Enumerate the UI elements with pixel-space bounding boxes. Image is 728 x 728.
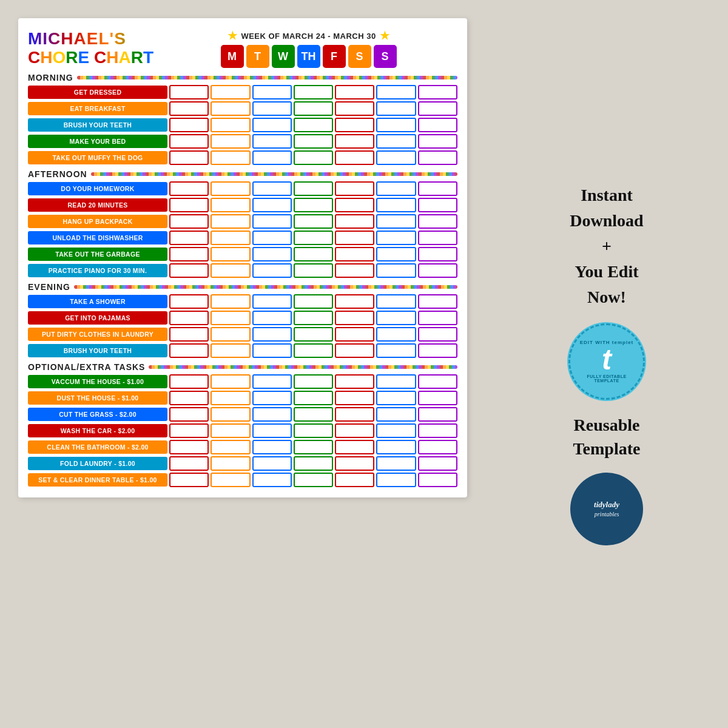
check-box[interactable] bbox=[418, 423, 457, 438]
check-box[interactable] bbox=[294, 231, 333, 245]
check-box[interactable] bbox=[169, 374, 209, 389]
check-box[interactable] bbox=[418, 181, 457, 196]
check-box[interactable] bbox=[335, 247, 374, 261]
check-box[interactable] bbox=[169, 327, 209, 342]
check-box[interactable] bbox=[376, 473, 416, 487]
check-box[interactable] bbox=[335, 214, 374, 229]
check-box[interactable] bbox=[294, 374, 333, 389]
check-box[interactable] bbox=[294, 134, 333, 149]
check-box[interactable] bbox=[376, 231, 416, 245]
check-box[interactable] bbox=[376, 327, 416, 342]
check-box[interactable] bbox=[335, 473, 374, 487]
check-box[interactable] bbox=[294, 214, 333, 229]
check-box[interactable] bbox=[335, 374, 374, 389]
check-box[interactable] bbox=[418, 101, 457, 116]
check-box[interactable] bbox=[335, 294, 374, 309]
check-box[interactable] bbox=[376, 423, 416, 438]
check-box[interactable] bbox=[335, 391, 374, 405]
check-box[interactable] bbox=[294, 101, 333, 116]
check-box[interactable] bbox=[294, 456, 333, 471]
check-box[interactable] bbox=[418, 440, 457, 454]
check-box[interactable] bbox=[418, 214, 457, 229]
check-box[interactable] bbox=[169, 456, 209, 471]
check-box[interactable] bbox=[169, 423, 209, 438]
check-box[interactable] bbox=[376, 247, 416, 261]
check-box[interactable] bbox=[169, 440, 209, 454]
check-box[interactable] bbox=[252, 407, 292, 422]
check-box[interactable] bbox=[252, 391, 292, 405]
check-box[interactable] bbox=[294, 473, 333, 487]
check-box[interactable] bbox=[376, 198, 416, 212]
check-box[interactable] bbox=[376, 311, 416, 325]
check-box[interactable] bbox=[376, 150, 416, 165]
check-box[interactable] bbox=[169, 181, 209, 196]
check-box[interactable] bbox=[335, 343, 374, 358]
check-box[interactable] bbox=[418, 134, 457, 149]
check-box[interactable] bbox=[294, 150, 333, 165]
check-box[interactable] bbox=[252, 327, 292, 342]
check-box[interactable] bbox=[335, 101, 374, 116]
check-box[interactable] bbox=[418, 374, 457, 389]
check-box[interactable] bbox=[335, 134, 374, 149]
check-box[interactable] bbox=[169, 198, 209, 212]
check-box[interactable] bbox=[211, 407, 250, 422]
check-box[interactable] bbox=[169, 231, 209, 245]
check-box[interactable] bbox=[252, 101, 292, 116]
check-box[interactable] bbox=[169, 118, 209, 132]
check-box[interactable] bbox=[418, 231, 457, 245]
check-box[interactable] bbox=[376, 391, 416, 405]
check-box[interactable] bbox=[294, 263, 333, 278]
check-box[interactable] bbox=[376, 294, 416, 309]
check-box[interactable] bbox=[335, 456, 374, 471]
check-box[interactable] bbox=[418, 263, 457, 278]
check-box[interactable] bbox=[418, 327, 457, 342]
check-box[interactable] bbox=[211, 101, 250, 116]
check-box[interactable] bbox=[211, 181, 250, 196]
check-box[interactable] bbox=[376, 440, 416, 454]
check-box[interactable] bbox=[211, 440, 250, 454]
check-box[interactable] bbox=[335, 150, 374, 165]
check-box[interactable] bbox=[169, 85, 209, 99]
check-box[interactable] bbox=[294, 85, 333, 99]
check-box[interactable] bbox=[211, 150, 250, 165]
check-box[interactable] bbox=[376, 456, 416, 471]
check-box[interactable] bbox=[169, 134, 209, 149]
check-box[interactable] bbox=[252, 181, 292, 196]
check-box[interactable] bbox=[335, 85, 374, 99]
check-box[interactable] bbox=[169, 311, 209, 325]
check-box[interactable] bbox=[252, 343, 292, 358]
check-box[interactable] bbox=[376, 101, 416, 116]
check-box[interactable] bbox=[211, 374, 250, 389]
check-box[interactable] bbox=[418, 247, 457, 261]
check-box[interactable] bbox=[294, 247, 333, 261]
check-box[interactable] bbox=[294, 294, 333, 309]
check-box[interactable] bbox=[169, 294, 209, 309]
check-box[interactable] bbox=[335, 118, 374, 132]
check-box[interactable] bbox=[211, 391, 250, 405]
check-box[interactable] bbox=[294, 407, 333, 422]
check-box[interactable] bbox=[376, 343, 416, 358]
check-box[interactable] bbox=[252, 263, 292, 278]
check-box[interactable] bbox=[252, 473, 292, 487]
check-box[interactable] bbox=[335, 311, 374, 325]
check-box[interactable] bbox=[294, 118, 333, 132]
check-box[interactable] bbox=[211, 423, 250, 438]
check-box[interactable] bbox=[252, 198, 292, 212]
check-box[interactable] bbox=[169, 391, 209, 405]
check-box[interactable] bbox=[252, 440, 292, 454]
check-box[interactable] bbox=[418, 343, 457, 358]
check-box[interactable] bbox=[418, 118, 457, 132]
check-box[interactable] bbox=[294, 327, 333, 342]
check-box[interactable] bbox=[294, 311, 333, 325]
check-box[interactable] bbox=[252, 214, 292, 229]
check-box[interactable] bbox=[335, 263, 374, 278]
check-box[interactable] bbox=[252, 134, 292, 149]
check-box[interactable] bbox=[211, 327, 250, 342]
check-box[interactable] bbox=[294, 391, 333, 405]
check-box[interactable] bbox=[211, 134, 250, 149]
check-box[interactable] bbox=[376, 118, 416, 132]
check-box[interactable] bbox=[252, 294, 292, 309]
check-box[interactable] bbox=[211, 85, 250, 99]
check-box[interactable] bbox=[376, 263, 416, 278]
check-box[interactable] bbox=[252, 231, 292, 245]
